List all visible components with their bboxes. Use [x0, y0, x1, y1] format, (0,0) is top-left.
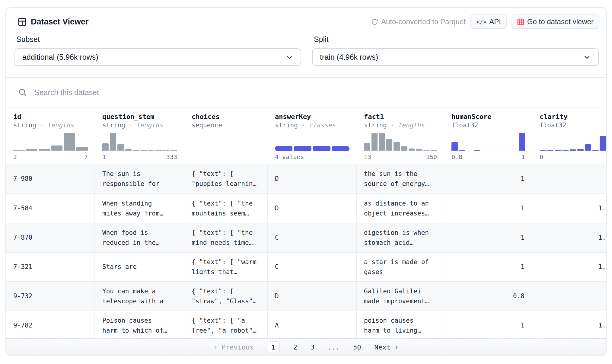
cell-id: 7-870: [6, 223, 95, 252]
table-row[interactable]: 7-321 Stars are { "text": [ "warm lights…: [6, 252, 607, 281]
cell-id: 9-732: [6, 282, 95, 311]
cell-clarity: [532, 282, 607, 311]
card-header: Dataset Viewer Auto-converted to Parquet…: [6, 8, 606, 30]
data-table: id string · lengths 27 question_stem str…: [6, 107, 607, 340]
answer-key-classes-bar: [275, 146, 349, 151]
cell-fact1: Galileo Galilei made improvement…: [357, 282, 444, 311]
cell-answer-key: C: [268, 253, 357, 281]
fact1-lengths-histogram: [364, 133, 437, 151]
cell-human-score: 1: [444, 253, 532, 281]
cell-fact1: a star is made of gases: [357, 253, 444, 281]
cell-answer-key: D: [268, 282, 357, 311]
cell-fact1: the sun is the source of energy…: [357, 164, 444, 193]
cell-answer-key: C: [268, 223, 357, 252]
previous-page-button[interactable]: ‹ Previous: [213, 343, 254, 351]
go-to-dataset-viewer-button[interactable]: Go to dataset viewer: [512, 14, 599, 29]
subset-split-controls: Subset additional (5.96k rows) Split tra…: [6, 30, 606, 77]
table-grid-icon: [18, 18, 26, 26]
cell-id: 9-782: [6, 311, 95, 340]
page-title: Dataset Viewer: [31, 17, 89, 27]
split-select[interactable]: train (4.96k rows): [312, 48, 599, 66]
cell-choices: { "text": [ "a Tree", "a robot"…: [184, 311, 268, 340]
cell-human-score: 1: [444, 311, 532, 340]
auto-converted-note: Auto-converted to Parquet: [371, 18, 466, 26]
column-header-clarity: clarity float32 0: [532, 107, 607, 164]
cell-choices: { "text": [ "puppies learnin…: [184, 164, 268, 193]
cell-clarity: [532, 164, 607, 193]
api-button[interactable]: </> API: [470, 14, 507, 29]
table-row[interactable]: 9-732 You can make a telescope with a { …: [6, 281, 607, 311]
cell-answer-key: D: [268, 164, 357, 193]
code-icon: </>: [476, 18, 486, 25]
cell-question-stem: Stars are: [95, 253, 184, 281]
subset-select[interactable]: additional (5.96k rows): [14, 48, 301, 66]
cell-choices: { "text": [ "warm lights that…: [184, 253, 268, 281]
cell-human-score: 0.8: [444, 282, 532, 311]
table-header-row: id string · lengths 27 question_stem str…: [6, 107, 607, 164]
search-icon: [18, 88, 27, 97]
chevron-down-icon: [583, 53, 591, 61]
page-button-50[interactable]: 50: [353, 343, 361, 351]
search-input[interactable]: [34, 88, 594, 97]
auto-converted-link[interactable]: Auto-converted: [381, 18, 430, 26]
cell-question-stem: When food is reduced in the…: [95, 223, 184, 252]
cell-clarity: 1.: [532, 253, 607, 281]
cell-choices: { "text": [ "the mind needs time…: [184, 223, 268, 252]
cell-answer-key: D: [268, 194, 357, 223]
cell-question-stem: When standing miles away from…: [95, 194, 184, 223]
question-stem-lengths-histogram: [102, 133, 177, 151]
table-row[interactable]: 7-980 The sun is responsible for { "text…: [6, 164, 607, 193]
cell-human-score: 1: [444, 194, 532, 223]
red-grid-icon: [517, 18, 524, 25]
cell-clarity: 1.: [532, 223, 607, 252]
page-button-1[interactable]: 1: [267, 341, 280, 353]
table-body: 7-980 The sun is responsible for { "text…: [6, 164, 607, 340]
page-button-2[interactable]: 2: [293, 343, 297, 351]
chevron-down-icon: [285, 53, 293, 61]
table-row[interactable]: 9-782 Poison causes harm to which of… { …: [6, 311, 607, 340]
cell-id: 7-584: [6, 194, 95, 223]
column-header-human-score: humanScore float32 0.81: [444, 107, 532, 164]
table-row[interactable]: 7-584 When standing miles away from… { "…: [6, 193, 607, 223]
cell-choices: { "text": [ "straw", "Glass"…: [184, 282, 268, 311]
pagination-bar: ‹ Previous 1 2 3 ... 50 Next ›: [6, 338, 606, 356]
table-row[interactable]: 7-870 When food is reduced in the… { "te…: [6, 223, 607, 252]
cell-human-score: 1: [444, 164, 532, 193]
column-header-fact1: fact1 string · lengths 13150: [357, 107, 444, 164]
id-lengths-histogram: [13, 133, 88, 151]
cell-fact1: poison causes harm to living…: [357, 311, 444, 340]
cell-question-stem: You can make a telescope with a: [95, 282, 184, 311]
search-bar: [6, 77, 606, 107]
cell-id: 7-321: [6, 253, 95, 281]
cell-fact1: digestion is when stomach acid…: [357, 223, 444, 252]
cell-answer-key: A: [268, 311, 357, 340]
chevron-right-icon: ›: [394, 343, 399, 351]
chevron-left-icon: ‹: [213, 343, 218, 351]
cell-id: 7-980: [6, 164, 95, 193]
cell-clarity: 1.: [532, 311, 607, 340]
cell-clarity: 1.: [532, 194, 607, 223]
human-score-histogram: [451, 133, 525, 151]
page-ellipsis: ...: [328, 343, 340, 351]
refresh-icon: [371, 18, 378, 26]
split-label: Split: [314, 35, 599, 44]
column-header-question-stem: question_stem string · lengths 1333: [95, 107, 184, 164]
parquet-text: to Parquet: [430, 18, 466, 26]
column-header-id: id string · lengths 27: [6, 107, 95, 164]
clarity-histogram: [540, 133, 607, 151]
cell-fact1: as distance to an object increases…: [357, 194, 444, 223]
page-button-3[interactable]: 3: [311, 343, 314, 351]
next-page-button[interactable]: Next ›: [374, 343, 399, 351]
cell-question-stem: Poison causes harm to which of…: [95, 311, 184, 340]
subset-label: Subset: [16, 35, 301, 44]
cell-choices: { "text": [ "the mountains seem…: [184, 194, 268, 223]
column-header-choices: choices sequence: [184, 107, 268, 164]
column-header-answer-key: answerKey string · classes 4 values: [268, 107, 357, 164]
cell-human-score: 1: [444, 223, 532, 252]
dataset-viewer-card: Dataset Viewer Auto-converted to Parquet…: [5, 7, 607, 356]
cell-question-stem: The sun is responsible for: [95, 164, 184, 193]
